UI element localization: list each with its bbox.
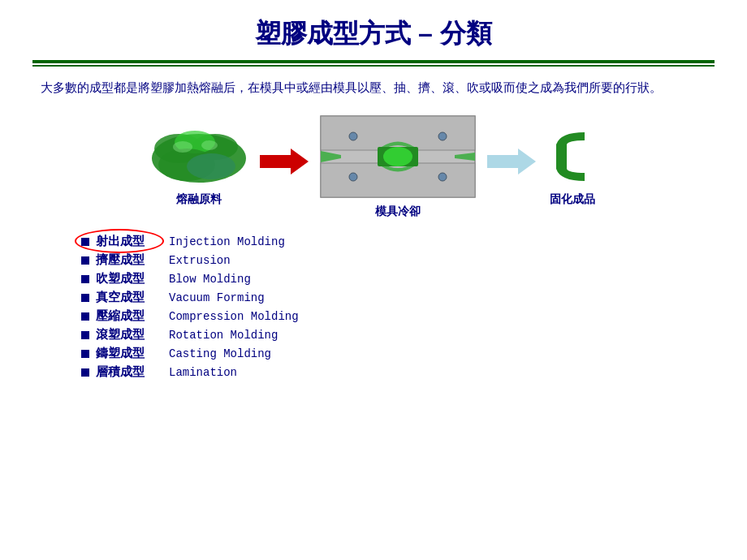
divider-bottom <box>32 65 715 67</box>
divider-top <box>32 60 715 63</box>
bullet-icon <box>81 238 89 246</box>
divider <box>32 60 715 67</box>
list-item: 壓縮成型 Compression Molding <box>81 308 715 324</box>
blob-svg <box>146 124 252 189</box>
description-text: 大多數的成型都是將塑膠加熱熔融后，在模具中或經由模具以壓、抽、擠、滾、吹或吸而使… <box>32 78 715 97</box>
svg-point-16 <box>349 173 357 181</box>
red-arrow-icon <box>260 145 309 178</box>
list-item: 吹塑成型 Blow Molding <box>81 271 715 286</box>
english-label: Lamination <box>169 366 237 379</box>
mold-label: 模具冷卻 <box>375 205 421 219</box>
product-label: 固化成品 <box>550 192 595 207</box>
chinese-label: 吹塑成型 <box>96 271 169 286</box>
chinese-label: 層積成型 <box>96 364 169 380</box>
process-diagram: 熔融原料 <box>32 112 715 219</box>
svg-point-5 <box>187 153 235 179</box>
chinese-label: 擠壓成型 <box>96 252 169 268</box>
mold-item: 模具冷卻 <box>317 112 479 219</box>
product-item: 固化成品 <box>544 124 601 207</box>
english-label: Blow Molding <box>169 273 251 286</box>
bullet-icon <box>81 275 89 283</box>
english-label: Injection Molding <box>169 235 285 248</box>
chinese-label: 壓縮成型 <box>96 308 169 324</box>
raw-material-label: 熔融原料 <box>176 192 222 207</box>
english-label: Casting Molding <box>169 347 271 360</box>
svg-point-7 <box>201 140 218 150</box>
bullet-icon <box>81 256 89 265</box>
list-item: 層積成型 Lamination <box>81 364 715 380</box>
page: 塑膠成型方式 – 分類 大多數的成型都是將塑膠加熱熔融后，在模具中或經由模具以壓… <box>0 0 747 560</box>
chinese-label: 滾塑成型 <box>96 327 169 342</box>
english-label: Extrusion <box>169 254 231 267</box>
bullet-icon <box>81 312 89 321</box>
product-svg <box>544 124 601 189</box>
mold-svg <box>317 112 479 201</box>
english-label: Rotation Molding <box>169 329 278 342</box>
chinese-label: 射出成型 <box>96 234 169 249</box>
list-item: 真空成型 Vacuum Forming <box>81 290 715 305</box>
blue-arrow-icon <box>487 145 536 178</box>
bullet-icon <box>81 331 89 339</box>
bullet-icon <box>81 294 89 302</box>
chinese-label: 真空成型 <box>96 290 169 305</box>
highlighted-item-wrapper: 射出成型 <box>81 234 169 249</box>
bullet-icon <box>81 350 89 358</box>
list-item: 擠壓成型 Extrusion <box>81 252 715 268</box>
svg-point-15 <box>438 132 447 140</box>
chinese-label: 鑄塑成型 <box>96 346 169 361</box>
english-label: Compression Molding <box>169 310 299 323</box>
list-item: 滾塑成型 Rotation Molding <box>81 327 715 342</box>
svg-point-13 <box>383 147 412 166</box>
list-item: 鑄塑成型 Casting Molding <box>81 346 715 361</box>
svg-point-17 <box>438 173 447 181</box>
bullet-icon <box>81 368 89 377</box>
molding-methods-list: 射出成型 Injection Molding擠壓成型 Extrusion吹塑成型… <box>32 234 715 380</box>
english-label: Vacuum Forming <box>169 291 265 304</box>
list-item: 射出成型 Injection Molding <box>81 234 715 249</box>
svg-marker-20 <box>487 149 536 174</box>
svg-point-6 <box>173 141 192 153</box>
svg-marker-8 <box>260 149 309 174</box>
svg-point-14 <box>349 132 357 140</box>
page-title: 塑膠成型方式 – 分類 <box>32 16 715 52</box>
raw-material-item: 熔融原料 <box>146 124 252 207</box>
